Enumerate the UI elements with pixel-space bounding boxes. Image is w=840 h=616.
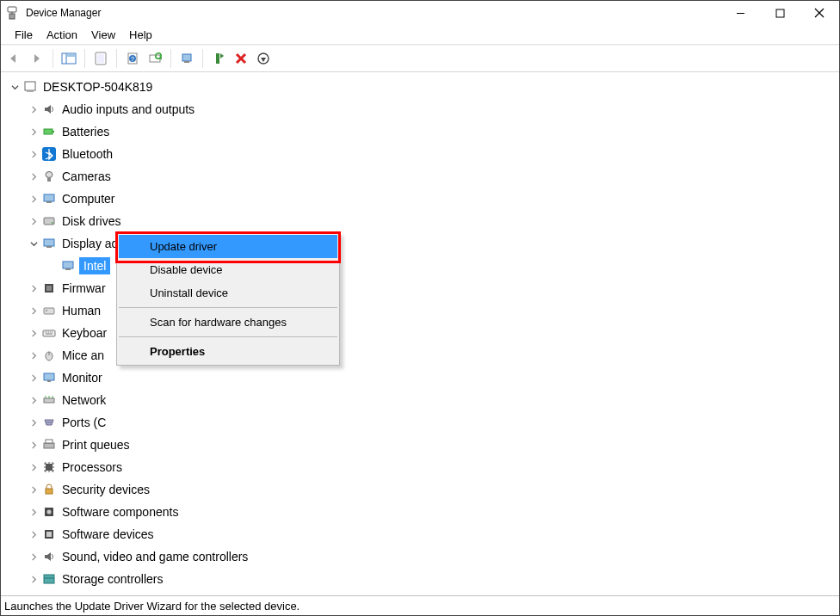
tree-category-label: Ports (C [60, 416, 108, 429]
twisty-collapsed-icon[interactable] [27, 527, 40, 541]
ctx-uninstall-device[interactable]: Uninstall device [119, 281, 337, 305]
toolbar-separator [116, 49, 117, 68]
twisty-collapsed-icon[interactable] [27, 505, 40, 519]
svg-rect-37 [44, 373, 54, 380]
tree-category-label: Security devices [60, 483, 151, 496]
twisty-collapsed-icon[interactable] [27, 460, 40, 474]
twisty-collapsed-icon[interactable] [27, 214, 40, 228]
svg-rect-14 [216, 53, 219, 64]
category-icon [42, 214, 56, 228]
toolbar-separator [52, 49, 53, 68]
twisty-collapsed-icon[interactable] [27, 483, 40, 496]
tree-category[interactable]: Ports (C [1, 411, 839, 434]
ctx-scan-hardware[interactable]: Scan for hardware changes [119, 311, 337, 334]
tree-category-label: Mice an [60, 348, 106, 362]
tree-category-label: Processors [60, 460, 124, 474]
svg-rect-33 [44, 308, 54, 314]
tree-category-label: Sound, video and game controllers [60, 550, 250, 564]
category-icon [42, 281, 56, 295]
twisty-collapsed-icon[interactable] [27, 393, 40, 407]
tree-category[interactable]: Network [1, 389, 839, 411]
tree-category-label: System devices [60, 594, 148, 595]
tree-category[interactable]: Software components [1, 501, 839, 523]
category-icon [42, 483, 56, 496]
twisty-collapsed-icon[interactable] [27, 572, 40, 586]
ctx-properties[interactable]: Properties [119, 340, 337, 363]
twisty-collapsed-icon[interactable] [27, 304, 40, 317]
device-tree[interactable]: DESKTOP-504K819 Audio inputs and outputs… [1, 72, 839, 595]
menu-action[interactable]: Action [40, 25, 84, 44]
add-legacy-button[interactable] [253, 48, 274, 69]
tree-category[interactable]: Cameras [1, 165, 839, 188]
tree-category[interactable]: Disk drives [1, 210, 839, 232]
ctx-update-driver[interactable]: Update driver [119, 235, 337, 258]
toolbar-separator [202, 49, 203, 68]
twisty-expanded-icon[interactable] [8, 80, 22, 94]
minimize-button[interactable] [720, 1, 760, 25]
enable-device-button[interactable] [208, 48, 229, 69]
properties-button[interactable] [90, 48, 111, 69]
tree-category-label: Keyboar [60, 326, 108, 340]
tree-category[interactable]: Processors [1, 456, 839, 478]
tree-category-label: Batteries [60, 125, 111, 139]
tree-category-label: Network [60, 393, 108, 407]
twisty-collapsed-icon[interactable] [27, 348, 40, 362]
tree-category-label: Human [60, 304, 102, 317]
twisty-collapsed-icon[interactable] [27, 125, 40, 139]
scan-hardware-button[interactable] [145, 48, 165, 69]
twisty-collapsed-icon[interactable] [27, 416, 40, 429]
twisty-collapsed-icon[interactable] [27, 147, 40, 161]
svg-rect-32 [46, 286, 52, 291]
maximize-button[interactable] [760, 1, 800, 25]
twisty-expanded-icon[interactable] [27, 237, 40, 250]
tree-category[interactable]: Monitor [1, 367, 839, 389]
tree-category[interactable]: Sound, video and game controllers [1, 545, 839, 568]
twisty-collapsed-icon[interactable] [27, 192, 40, 206]
menu-view[interactable]: View [84, 25, 122, 44]
close-button[interactable] [800, 1, 839, 25]
twisty-collapsed-icon[interactable] [27, 550, 40, 564]
tree-category[interactable]: Batteries [1, 120, 839, 143]
update-driver-button[interactable] [176, 48, 197, 69]
svg-rect-17 [27, 90, 34, 92]
svg-point-26 [52, 222, 53, 224]
twisty-collapsed-icon[interactable] [27, 169, 40, 183]
help-button[interactable]: ? [122, 48, 143, 69]
tree-root-label: DESKTOP-504K819 [41, 80, 154, 94]
twisty-collapsed-icon[interactable] [27, 326, 40, 340]
back-button[interactable] [4, 48, 25, 69]
tree-category[interactable]: Audio inputs and outputs [1, 98, 839, 120]
menu-file[interactable]: File [8, 25, 40, 44]
tree-category[interactable]: Print queues [1, 434, 839, 456]
menu-help[interactable]: Help [122, 25, 159, 44]
twisty-collapsed-icon[interactable] [27, 594, 40, 595]
uninstall-device-button[interactable] [231, 48, 251, 69]
show-hide-tree-button[interactable] [59, 48, 79, 69]
category-icon [42, 594, 56, 595]
titlebar[interactable]: Device Manager [1, 1, 839, 25]
category-icon [42, 393, 56, 407]
tree-category-label: Print queues [60, 438, 132, 452]
tree-category[interactable]: System devices [1, 590, 839, 595]
category-icon [42, 550, 56, 564]
tree-category[interactable]: Software devices [1, 523, 839, 545]
svg-rect-22 [47, 177, 51, 182]
twisty-collapsed-icon[interactable] [27, 102, 40, 116]
category-icon [42, 371, 56, 385]
ctx-disable-device[interactable]: Disable device [119, 258, 337, 281]
twisty-collapsed-icon[interactable] [27, 371, 40, 385]
tree-category[interactable]: Security devices [1, 478, 839, 501]
forward-button[interactable] [27, 48, 47, 69]
twisty-collapsed-icon[interactable] [27, 281, 40, 295]
tree-category[interactable]: Computer [1, 188, 839, 210]
tree-category[interactable]: Bluetooth [1, 143, 839, 165]
svg-rect-24 [46, 201, 52, 203]
svg-point-42 [50, 422, 52, 423]
svg-point-41 [48, 422, 50, 423]
tree-category-label: Software components [60, 505, 180, 519]
twisty-collapsed-icon[interactable] [27, 438, 40, 452]
category-icon [42, 505, 56, 519]
tree-category[interactable]: Storage controllers [1, 568, 839, 590]
tree-root[interactable]: DESKTOP-504K819 [1, 76, 839, 98]
svg-rect-6 [97, 54, 104, 63]
